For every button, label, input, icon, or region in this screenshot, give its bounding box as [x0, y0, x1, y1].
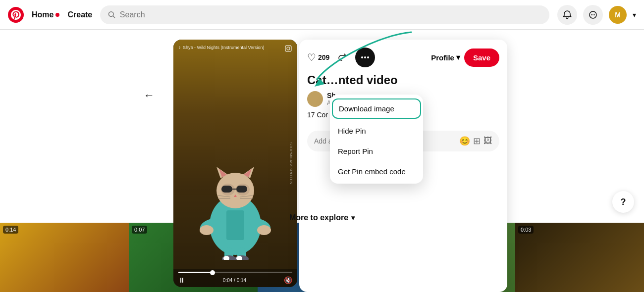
comment-icons: 😊 ⊞ 🖼	[459, 136, 492, 146]
pause-button[interactable]: ⏸	[178, 276, 185, 284]
header-icons: M ▾	[557, 5, 636, 25]
video-time: 0:04 / 0:14	[223, 278, 246, 283]
video-song-info: ♪ Shy5 - Wild Nights (Instrumental Versi…	[178, 45, 265, 50]
notification-dot	[55, 13, 59, 17]
save-button[interactable]: Save	[464, 49, 499, 67]
like-button[interactable]: ♡ 209	[307, 51, 329, 63]
music-note-icon: ♪	[178, 45, 181, 50]
cat-illustration	[196, 131, 275, 260]
search-bar[interactable]	[100, 5, 549, 24]
video-panel: ♪ Shy5 - Wild Nights (Instrumental Versi…	[173, 40, 297, 287]
dropdown-menu: Download image Hide Pin Report Pin Get P…	[330, 95, 423, 184]
pin-toolbar: ♡ 209 Profile ▾ Save	[299, 40, 507, 73]
notifications-button[interactable]	[557, 5, 577, 25]
instagram-icon	[284, 45, 292, 54]
explore-chevron-icon: ▾	[351, 214, 355, 222]
messages-button[interactable]	[583, 5, 603, 25]
search-input[interactable]	[120, 10, 541, 19]
thumbnail-1[interactable]: 0:14	[0, 223, 129, 292]
svg-point-4	[592, 14, 593, 15]
image-button[interactable]: 🖼	[483, 136, 492, 146]
svg-rect-17	[221, 186, 232, 193]
back-button[interactable]: ←	[144, 89, 155, 102]
svg-rect-18	[236, 186, 247, 193]
nav-create[interactable]: Create	[67, 10, 92, 19]
embed-code-item[interactable]: Get Pin embed code	[330, 161, 423, 182]
explore-bar[interactable]: More to explore ▾	[0, 208, 644, 228]
heart-icon: ♡	[307, 51, 316, 63]
author-avatar	[307, 91, 323, 107]
video-controls: ⏸ 0:04 / 0:14 🔇	[173, 269, 297, 287]
hide-pin-item[interactable]: Hide Pin	[330, 121, 423, 141]
svg-point-7	[287, 47, 290, 50]
progress-fill	[178, 272, 213, 273]
like-count: 209	[318, 53, 329, 61]
profile-button[interactable]: Profile ▾	[431, 53, 460, 62]
nav-home[interactable]: Home	[32, 10, 59, 19]
chevron-down-icon: ▾	[456, 53, 460, 62]
pinterest-logo[interactable]	[8, 7, 24, 23]
svg-point-8	[290, 47, 291, 48]
thumbnail-5[interactable]: 0:03	[515, 223, 644, 292]
svg-point-0	[8, 7, 24, 23]
main-content: ← 0:14 0:07 0:17 0:15 0:03 ♪	[0, 30, 644, 292]
user-avatar[interactable]: M	[609, 6, 627, 24]
progress-dot	[210, 270, 215, 275]
share-button[interactable]	[333, 49, 351, 66]
search-icon	[108, 11, 116, 19]
svg-rect-6	[285, 46, 291, 51]
more-options-button[interactable]	[355, 48, 375, 67]
download-image-item[interactable]: Download image	[332, 98, 421, 119]
account-chevron[interactable]: ▾	[633, 11, 636, 19]
pin-title: Cat…nted video	[299, 73, 507, 91]
report-pin-item[interactable]: Report Pin	[330, 141, 423, 161]
progress-bar[interactable]	[178, 272, 292, 273]
volume-button[interactable]: 🔇	[284, 276, 292, 284]
svg-point-5	[594, 14, 595, 15]
watermark-text: STOPMILASSKRITTEN	[289, 142, 293, 184]
gif-button[interactable]: ⊞	[473, 136, 481, 146]
emoji-button[interactable]: 😊	[459, 136, 470, 146]
svg-point-3	[591, 14, 592, 15]
header: Home Create M ▾	[0, 0, 644, 30]
